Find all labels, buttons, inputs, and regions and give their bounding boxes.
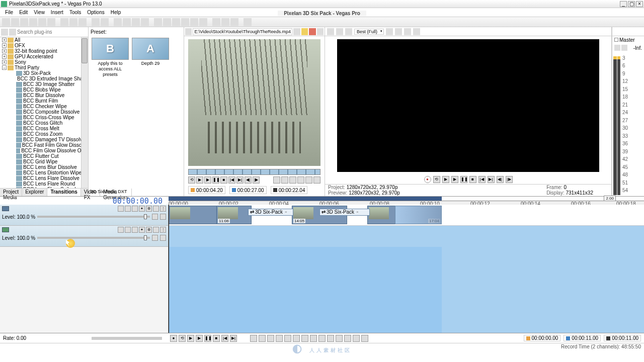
audio-track-lane[interactable] [169, 226, 644, 333]
loop-region[interactable] [169, 197, 442, 201]
help-icon[interactable] [244, 18, 252, 26]
prev-play-icon[interactable]: ▶ [451, 176, 458, 183]
envelope-edit-icon[interactable] [181, 18, 189, 26]
tl-go-start-icon[interactable]: |◀ [221, 335, 228, 342]
tl-tool1-icon[interactable] [250, 335, 257, 342]
transition-clip[interactable]: ⇄3D Six-Pack× [248, 209, 293, 216]
save-icon[interactable] [20, 18, 28, 26]
cut-icon[interactable] [60, 18, 68, 26]
tree-category[interactable]: Third Party [15, 65, 39, 70]
atrack-more-icon[interactable]: ⋮ [160, 227, 166, 233]
tl-go-end-icon[interactable]: ▶| [230, 335, 237, 342]
zoom-edit-icon[interactable] [199, 18, 207, 26]
tree-category[interactable]: All [15, 37, 20, 43]
preview-split-icon[interactable] [386, 28, 393, 35]
panel-tab[interactable]: Project Media [0, 189, 22, 196]
track-more-icon[interactable]: ⋮ [160, 206, 166, 212]
prev-stop-icon[interactable]: ■ [469, 176, 476, 183]
track-fx-icon[interactable] [132, 206, 138, 212]
tl-tool2-icon[interactable] [259, 335, 266, 342]
timeline-clip[interactable]: 11:06 [216, 206, 252, 224]
tree-item[interactable]: BCC Film Glow Dissolve OBS [21, 148, 88, 153]
ignore-icon[interactable] [163, 18, 171, 26]
tree-item[interactable]: BCC Lens Distortion Wipe [23, 170, 82, 175]
video-track-header[interactable]: ✦ ⚙ ⋮ Level: 100.0 % [0, 205, 168, 226]
tree-item[interactable]: BCC Lens Flare Dissolve [23, 175, 79, 181]
trimmer-strip[interactable] [188, 169, 320, 175]
preview-copy-icon[interactable] [413, 28, 420, 35]
tree-item[interactable]: BCC Flutter Cut [23, 153, 59, 159]
tree-category[interactable]: GPU Accelerated [15, 54, 53, 59]
preview-snapshot-icon[interactable] [404, 28, 411, 35]
minimize-button[interactable]: _ [620, 1, 627, 7]
tree-category[interactable]: OFX [15, 43, 25, 48]
expand-icon[interactable]: + [2, 60, 7, 64]
tl-play-start-icon[interactable]: ▶ [187, 335, 194, 342]
menu-options[interactable]: Options [84, 10, 107, 15]
prev-go-end-icon[interactable]: ▶| [488, 176, 495, 183]
redo-icon[interactable] [101, 18, 109, 26]
trim-t2[interactable]: 00:00:27.00 [237, 188, 264, 193]
tree-item[interactable]: BCC Cross Glitch [23, 120, 62, 126]
tl-tool12-icon[interactable] [344, 335, 351, 342]
tl-tool8-icon[interactable] [310, 335, 317, 342]
atrack-gear-icon[interactable]: ⚙ [146, 227, 152, 233]
undo-icon[interactable] [92, 18, 100, 26]
autocrossfade-icon[interactable] [132, 18, 140, 26]
render-icon[interactable] [38, 18, 46, 26]
preview-props-icon[interactable] [336, 28, 343, 35]
prev-frame-icon[interactable]: ◀| [245, 176, 252, 184]
trim-t1[interactable]: 00:00:04.20 [196, 188, 223, 193]
add-point-icon[interactable] [281, 176, 288, 184]
tree-item[interactable]: BCC Criss-Cross Wipe [23, 115, 74, 120]
menu-file[interactable]: File [2, 10, 16, 15]
tree-item[interactable]: BCC Lens Flare Spiked [23, 187, 76, 188]
tl-tool13-icon[interactable] [353, 335, 360, 342]
track-motion-icon[interactable]: ✦ [139, 206, 145, 212]
tree-item[interactable]: BCC Burnt Film [23, 98, 58, 104]
tl-tool14-icon[interactable] [361, 335, 368, 342]
expand-icon[interactable]: – [2, 65, 7, 70]
menu-view[interactable]: View [31, 10, 48, 15]
go-end-icon[interactable]: ▶| [236, 176, 244, 184]
preset-thumb[interactable]: A [132, 38, 169, 60]
panel-tab[interactable]: Explorer [22, 189, 47, 196]
trimmer-more-icon[interactable] [313, 176, 320, 184]
normal-edit-icon[interactable] [172, 18, 180, 26]
record-icon[interactable]: ● [424, 176, 431, 183]
expand-icon[interactable]: + [2, 49, 7, 53]
add-media-icon[interactable] [273, 176, 280, 184]
tree-item[interactable]: BCC Checker Wipe [23, 104, 67, 109]
timeline-position[interactable]: 00:00:00.00 [0, 197, 169, 205]
menu-edit[interactable]: Edit [16, 10, 31, 15]
maximize-button[interactable]: ▢ [628, 1, 635, 7]
tl-tool3-icon[interactable] [267, 335, 274, 342]
prev-go-start-icon[interactable]: |◀ [478, 176, 486, 183]
set-in-icon[interactable] [289, 176, 296, 184]
tree-item[interactable]: BCC Lens Flare Round [23, 181, 75, 187]
saveall-icon[interactable] [29, 18, 37, 26]
trimmer-menu-icon[interactable] [185, 28, 192, 35]
paste-icon[interactable] [78, 18, 87, 26]
properties-icon[interactable] [47, 18, 55, 26]
tl-pause-icon[interactable]: ❚❚ [204, 335, 211, 342]
preview-monitor[interactable] [337, 39, 599, 172]
atrack-bypass-icon[interactable] [118, 227, 124, 233]
tree-item[interactable]: BCC Blur Dissolve [23, 93, 64, 98]
tree-item[interactable]: BCC Lens Blur Dissolve [23, 164, 77, 170]
sel-end[interactable]: 00:00:11.00 [572, 335, 598, 341]
menu-help[interactable]: Help [108, 10, 124, 15]
preview-quality-dropdown[interactable]: Best (Full) [354, 29, 384, 35]
atrack-motion-icon[interactable]: ✦ [139, 227, 145, 233]
expand-icon[interactable]: + [2, 38, 7, 42]
tool-a-icon[interactable] [212, 18, 220, 26]
prev-step-back-icon[interactable]: ◀| [497, 176, 504, 183]
set-out-icon[interactable] [297, 176, 304, 184]
snap-icon[interactable] [114, 18, 122, 26]
tl-tool10-icon[interactable] [327, 335, 334, 342]
play-icon[interactable]: ▶ [196, 176, 203, 184]
tree-item[interactable]: BCC Cross Melt [23, 126, 59, 131]
tl-tool9-icon[interactable] [318, 335, 326, 342]
trimmer-path[interactable]: E:\Video\Stock\Youtube\ThroughTheReeds.m… [193, 28, 292, 35]
next-frame-icon[interactable]: |▶ [253, 176, 260, 184]
